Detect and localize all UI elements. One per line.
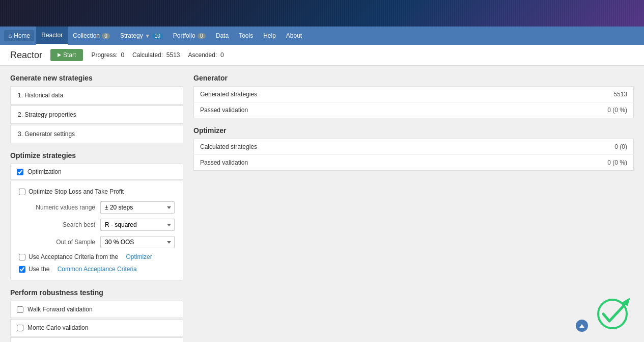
nav-portfolio[interactable]: Portfolio 0 <box>168 27 211 45</box>
acceptance-common-checkbox[interactable] <box>19 266 25 273</box>
reactor-label: Reactor <box>41 32 63 39</box>
right-column: Generator Generated strategies 5513 Pass… <box>193 74 634 342</box>
nav-help[interactable]: Help <box>258 27 281 45</box>
collection-label: Collection <box>73 32 100 39</box>
nav-home[interactable]: ⌂ Home <box>4 30 34 41</box>
acceptance-optimizer-checkbox[interactable] <box>19 254 25 260</box>
play-icon <box>58 53 61 57</box>
generator-passed-label: Passed validation <box>194 102 495 118</box>
optimizer-passed-row: Passed validation 0 (0 %) <box>194 155 634 171</box>
nav-data[interactable]: Data <box>211 27 234 45</box>
generator-passed-row: Passed validation 0 (0 %) <box>194 102 634 118</box>
out-of-sample-row: Out of Sample 30 % OOS 20 % OOS 40 % OOS <box>19 236 175 248</box>
home-icon: ⌂ <box>8 32 12 39</box>
calculated-strategies-row: Calculated strategies 0 (0) <box>194 139 634 155</box>
reactor-logo <box>593 295 634 330</box>
search-best-row: Search best R - squared Net Profit Sharp… <box>19 219 175 231</box>
help-label: Help <box>263 32 276 39</box>
portfolio-badge: 0 <box>198 33 206 39</box>
optimize-section: Optimize strategies Optimization Optimiz… <box>10 151 183 280</box>
common-acceptance-link[interactable]: Common Acceptance Criteria <box>58 266 137 273</box>
generator-title: Generator <box>193 74 634 82</box>
numeric-range-select[interactable]: ± 20 steps ± 10 steps ± 30 steps <box>100 201 175 214</box>
portfolio-label: Portfolio <box>173 32 195 39</box>
monte-carlo-label: Monte Carlo validation <box>27 324 88 331</box>
start-button[interactable]: Start <box>50 49 83 61</box>
page-header: Reactor Start Progress: 0 Calculated: 55… <box>0 45 644 66</box>
progress-info: Progress: 0 Calculated: 5513 Ascended: 0 <box>91 51 223 59</box>
generator-stats-table: Generated strategies 5513 Passed validat… <box>193 86 634 118</box>
progress-label: Progress: 0 <box>91 51 124 59</box>
walk-forward-item[interactable]: Walk Forward validation <box>10 301 183 318</box>
numeric-range-label: Numeric values range <box>19 204 100 211</box>
strategy-arrow: ▼ <box>145 33 150 39</box>
out-of-sample-select[interactable]: 30 % OOS 20 % OOS 40 % OOS <box>100 236 175 248</box>
nav-collection[interactable]: Collection 0 <box>68 27 115 45</box>
stop-loss-label: Optimize Stop Loss and Take Profit <box>29 188 124 195</box>
calculated-label: Calculated: 5513 <box>132 51 180 59</box>
acceptance-common-row: Use the Common Acceptance Criteria <box>19 266 175 273</box>
acceptance-optimizer-row: Use Acceptance Criteria from the Optimiz… <box>19 253 175 260</box>
hero-banner <box>0 0 644 27</box>
stop-loss-row: Optimize Stop Loss and Take Profit <box>19 188 175 195</box>
historical-data-item[interactable]: 1. Historical data <box>10 86 183 104</box>
out-of-sample-label: Out of Sample <box>19 239 100 246</box>
optimization-label: Optimization <box>27 168 62 175</box>
scroll-up-button[interactable] <box>576 320 588 332</box>
walk-forward-label: Walk Forward validation <box>27 306 93 313</box>
optimizer-title: Optimizer <box>193 126 634 135</box>
nav-strategy[interactable]: Strategy ▼ 10 <box>115 27 168 45</box>
generate-section: Generate new strategies 1. Historical da… <box>10 74 183 143</box>
logo-area <box>593 295 634 332</box>
data-label: Data <box>216 32 229 39</box>
robustness-section: Perform robustness testing Walk Forward … <box>10 288 183 342</box>
search-best-select[interactable]: R - squared Net Profit Sharpe Ratio <box>100 219 175 231</box>
page-title: Reactor <box>10 50 42 61</box>
acceptance-common-pre: Use the <box>29 266 49 273</box>
optimizer-passed-label: Passed validation <box>194 155 495 171</box>
generated-value: 5513 <box>494 87 633 102</box>
search-best-label: Search best <box>19 221 100 228</box>
optimization-panel: Optimize Stop Loss and Take Profit Numer… <box>10 181 183 280</box>
generated-label: Generated strategies <box>194 87 495 102</box>
multi-market-item[interactable]: Multi Market validation <box>10 337 183 342</box>
optimization-checkbox[interactable] <box>17 169 23 175</box>
walk-forward-checkbox[interactable] <box>17 306 23 313</box>
optimizer-link[interactable]: Optimizer <box>126 253 152 260</box>
home-label: Home <box>14 32 30 39</box>
collection-badge: 0 <box>102 33 110 39</box>
generate-title: Generate new strategies <box>10 74 183 82</box>
generator-section: Generator Generated strategies 5513 Pass… <box>193 74 634 118</box>
optimization-row[interactable]: Optimization <box>10 164 183 180</box>
monte-carlo-checkbox[interactable] <box>17 325 23 331</box>
optimize-title: Optimize strategies <box>10 151 183 160</box>
calculated-value: 0 (0) <box>494 139 633 155</box>
strategy-label: Strategy <box>120 32 143 39</box>
generated-strategies-row: Generated strategies 5513 <box>194 87 634 102</box>
robustness-title: Perform robustness testing <box>10 288 183 297</box>
generator-passed-value: 0 (0 %) <box>494 102 633 118</box>
about-label: About <box>286 32 302 39</box>
nav-tools[interactable]: Tools <box>234 27 258 45</box>
top-navigation: ⌂ Home Reactor Collection 0 Strategy ▼ 1… <box>0 27 644 45</box>
left-column: Generate new strategies 1. Historical da… <box>10 74 183 342</box>
strategy-properties-item[interactable]: 2. Strategy properties <box>10 106 183 124</box>
main-content: Generate new strategies 1. Historical da… <box>0 66 644 342</box>
nav-about[interactable]: About <box>281 27 307 45</box>
start-label: Start <box>63 51 76 59</box>
ascended-label: Ascended: 0 <box>188 51 224 59</box>
strategy-badge: 10 <box>152 33 163 39</box>
acceptance-optimizer-pre: Use Acceptance Criteria from the <box>29 253 118 260</box>
tools-label: Tools <box>239 32 253 39</box>
optimizer-passed-value: 0 (0 %) <box>494 155 633 171</box>
numeric-range-row: Numeric values range ± 20 steps ± 10 ste… <box>19 201 175 214</box>
stop-loss-checkbox[interactable] <box>19 189 25 195</box>
generator-settings-item[interactable]: 3. Generator settings <box>10 125 183 143</box>
optimizer-stats-table: Calculated strategies 0 (0) Passed valid… <box>193 139 634 171</box>
nav-reactor[interactable]: Reactor <box>36 27 68 45</box>
calculated-label: Calculated strategies <box>194 139 495 155</box>
monte-carlo-item[interactable]: Monte Carlo validation <box>10 319 183 336</box>
optimizer-section: Optimizer Calculated strategies 0 (0) Pa… <box>193 126 634 171</box>
